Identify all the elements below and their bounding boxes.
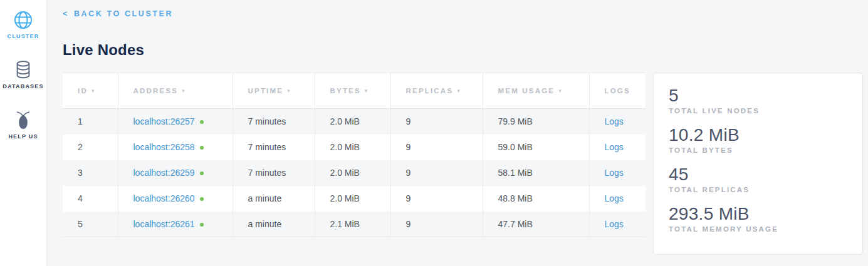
node-logs-link[interactable]: Logs <box>605 193 624 203</box>
column-header-bytes[interactable]: BYTES▾ <box>315 73 390 109</box>
node-logs-cell: Logs <box>589 160 646 186</box>
node-id-cell: 4 <box>63 186 118 212</box>
main-content: <BACK TO CLUSTER Live Nodes ID▾ ADDRESS▾… <box>48 0 868 266</box>
stat-label: TOTAL REPLICAS <box>669 186 847 193</box>
node-mem-usage-cell: 58.1 MiB <box>483 160 589 186</box>
sidebar-item-help-us[interactable]: HELP US <box>8 110 38 140</box>
node-mem-usage-cell: 59.0 MiB <box>483 135 589 160</box>
node-replicas-cell: 9 <box>390 135 483 160</box>
node-replicas-cell: 9 <box>390 160 483 186</box>
live-nodes-table: ID▾ ADDRESS▾ UPTIME▾ BYTES▾ REPLICAS▾ ME… <box>63 73 646 237</box>
node-live-status-dot <box>200 171 204 175</box>
column-header-mem-usage[interactable]: MEM USAGE▾ <box>483 73 589 109</box>
node-address-cell: localhost:26261 <box>118 212 233 237</box>
node-address-link[interactable]: localhost:26258 <box>133 142 195 152</box>
node-logs-cell: Logs <box>589 135 646 160</box>
table-row: 2 localhost:26258 7 minutes 2.0 MiB 9 59… <box>63 135 646 160</box>
stat-label: TOTAL BYTES <box>669 146 847 154</box>
node-bytes-cell: 2.0 MiB <box>315 160 390 186</box>
page-title: Live Nodes <box>63 41 863 59</box>
bug-icon <box>13 110 33 131</box>
node-id-cell: 5 <box>63 212 118 237</box>
node-logs-link[interactable]: Logs <box>605 219 624 229</box>
table-body: 1 localhost:26257 7 minutes 2.0 MiB 9 79… <box>63 109 646 237</box>
node-live-status-dot <box>200 223 204 227</box>
stat-value: 45 <box>669 163 847 185</box>
node-uptime-cell: 7 minutes <box>233 160 315 186</box>
node-uptime-cell: a minute <box>233 186 315 212</box>
table-row: 4 localhost:26260 a minute 2.0 MiB 9 48.… <box>63 186 646 212</box>
column-header-id[interactable]: ID▾ <box>63 73 118 109</box>
node-logs-link[interactable]: Logs <box>605 116 624 126</box>
database-icon <box>14 59 33 81</box>
column-header-replicas[interactable]: REPLICAS▾ <box>390 73 483 109</box>
node-mem-usage-cell: 79.9 MiB <box>483 109 589 135</box>
sort-arrow-icon: ▾ <box>558 88 563 94</box>
node-logs-cell: Logs <box>589 186 646 212</box>
node-address-cell: localhost:26260 <box>118 186 233 212</box>
stat-total-replicas: 45 TOTAL REPLICAS <box>669 163 847 193</box>
sort-arrow-icon: ▾ <box>457 88 461 94</box>
node-replicas-cell: 9 <box>390 186 483 212</box>
sidebar-item-label: CLUSTER <box>8 33 39 39</box>
node-logs-cell: Logs <box>589 109 646 135</box>
node-mem-usage-cell: 48.8 MiB <box>483 186 589 212</box>
node-address-link[interactable]: localhost:26261 <box>133 219 195 229</box>
node-bytes-cell: 2.0 MiB <box>315 186 390 212</box>
globe-icon <box>13 9 33 31</box>
cluster-summary-panel: 5 TOTAL LIVE NODES 10.2 MiB TOTAL BYTES … <box>653 73 863 255</box>
node-live-status-dot <box>200 197 204 201</box>
node-bytes-cell: 2.0 MiB <box>315 135 390 160</box>
node-logs-link[interactable]: Logs <box>605 142 624 152</box>
node-address-cell: localhost:26259 <box>118 160 233 186</box>
sidebar-item-label: DATABASES <box>3 83 43 90</box>
stat-label: TOTAL LIVE NODES <box>669 107 847 115</box>
sidebar: CLUSTER DATABASES HELP US <box>0 0 47 266</box>
sort-arrow-icon: ▾ <box>92 88 96 94</box>
sort-arrow-icon: ▾ <box>365 88 369 94</box>
node-address-cell: localhost:26257 <box>118 109 233 135</box>
stat-label: TOTAL MEMORY USAGE <box>669 225 847 233</box>
sidebar-item-label: HELP US <box>8 133 38 140</box>
stat-value: 10.2 MiB <box>669 124 847 146</box>
sort-arrow-icon: ▾ <box>182 88 186 94</box>
node-address-link[interactable]: localhost:26257 <box>133 116 195 126</box>
column-header-address[interactable]: ADDRESS▾ <box>118 73 233 109</box>
sidebar-item-cluster[interactable]: CLUSTER <box>8 9 39 39</box>
table-header-row: ID▾ ADDRESS▾ UPTIME▾ BYTES▾ REPLICAS▾ ME… <box>63 73 646 109</box>
node-logs-link[interactable]: Logs <box>605 168 624 178</box>
node-uptime-cell: a minute <box>233 212 315 237</box>
node-replicas-cell: 9 <box>390 212 483 237</box>
stat-value: 293.5 MiB <box>669 203 847 225</box>
node-address-link[interactable]: localhost:26260 <box>133 193 195 203</box>
back-chevron-icon: < <box>63 9 69 18</box>
node-bytes-cell: 2.0 MiB <box>315 109 390 135</box>
stat-value: 5 <box>669 84 847 106</box>
table-row: 3 localhost:26259 7 minutes 2.0 MiB 9 58… <box>63 160 646 186</box>
sidebar-item-databases[interactable]: DATABASES <box>3 59 43 90</box>
table-row: 5 localhost:26261 a minute 2.1 MiB 9 47.… <box>63 212 646 237</box>
node-bytes-cell: 2.1 MiB <box>315 212 390 237</box>
stat-total-memory-usage: 293.5 MiB TOTAL MEMORY USAGE <box>669 203 847 233</box>
node-address-link[interactable]: localhost:26259 <box>133 168 195 178</box>
node-logs-cell: Logs <box>589 212 646 237</box>
node-uptime-cell: 7 minutes <box>233 109 315 135</box>
sort-arrow-icon: ▾ <box>287 88 291 94</box>
stat-total-bytes: 10.2 MiB TOTAL BYTES <box>669 124 847 154</box>
node-mem-usage-cell: 47.7 MiB <box>483 212 589 237</box>
column-header-uptime[interactable]: UPTIME▾ <box>233 73 315 109</box>
stat-total-live-nodes: 5 TOTAL LIVE NODES <box>669 84 847 115</box>
node-id-cell: 2 <box>63 135 118 160</box>
node-uptime-cell: 7 minutes <box>233 135 315 160</box>
node-live-status-dot <box>200 146 204 150</box>
node-replicas-cell: 9 <box>390 109 483 135</box>
node-id-cell: 3 <box>63 160 118 186</box>
back-link-label: BACK TO CLUSTER <box>74 9 173 18</box>
node-id-cell: 1 <box>63 109 118 135</box>
column-header-logs: LOGS <box>589 73 646 109</box>
table-row: 1 localhost:26257 7 minutes 2.0 MiB 9 79… <box>63 109 646 135</box>
node-address-cell: localhost:26258 <box>118 135 233 160</box>
back-to-cluster-link[interactable]: <BACK TO CLUSTER <box>63 9 173 18</box>
node-live-status-dot <box>200 120 204 124</box>
